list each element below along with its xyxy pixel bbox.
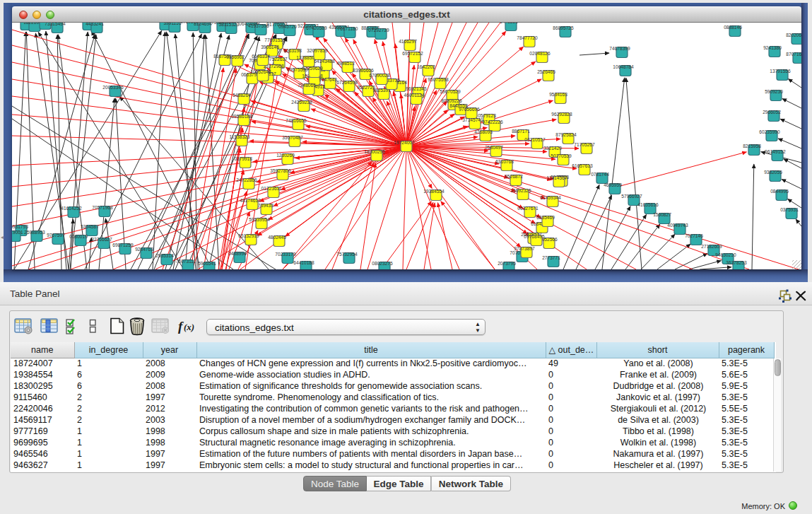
svg-text:0156962: 0156962 [226,54,245,59]
svg-text:76073111: 76073111 [176,259,196,264]
svg-text:7027146: 7027146 [685,233,703,238]
svg-text:76171180: 76171180 [338,26,358,31]
svg-text:67264598: 67264598 [336,80,358,85]
svg-text:96921345: 96921345 [406,86,427,91]
svg-text:86895725: 86895725 [553,25,574,30]
svg-text:32766627: 32766627 [91,237,112,242]
svg-text:1622108: 1622108 [23,23,42,25]
svg-text:41614252: 41614252 [61,206,82,211]
svg-text:16692325: 16692325 [510,188,531,193]
svg-text:87925824: 87925824 [555,132,577,137]
svg-text:35927806: 35927806 [270,168,291,173]
svg-text:09768495: 09768495 [524,234,545,239]
svg-text:6646334: 6646334 [252,54,270,59]
svg-text:08023275: 08023275 [372,261,393,266]
svg-text:32097819: 32097819 [307,48,328,53]
svg-text:0279918: 0279918 [234,156,252,161]
svg-text:8124694: 8124694 [194,23,212,26]
svg-text:4768093: 4768093 [474,129,493,134]
svg-text:0781744: 0781744 [591,172,609,177]
svg-text:97873897: 97873897 [514,246,535,251]
svg-text:2773771: 2773771 [542,255,560,260]
svg-text:5909230: 5909230 [765,89,783,94]
svg-text:86219001: 86219001 [12,230,23,235]
svg-text:8202067: 8202067 [786,33,801,37]
svg-text:5488264: 5488264 [233,93,251,98]
svg-text:2935314: 2935314 [155,253,174,258]
svg-text:10052642: 10052642 [250,69,271,74]
svg-text:1642202: 1642202 [417,64,435,69]
svg-text:02048126: 02048126 [529,51,551,56]
svg-text:2526465: 2526465 [537,69,555,74]
svg-text:80209226: 80209226 [441,98,462,103]
svg-text:6263198: 6263198 [283,48,302,53]
svg-text:8473356: 8473356 [500,23,518,24]
svg-text:50770539: 50770539 [551,153,572,158]
svg-text:77691531: 77691531 [264,37,286,42]
svg-text:3991151: 3991151 [163,23,182,25]
svg-text:8867171: 8867171 [512,129,530,134]
svg-text:0488994: 0488994 [228,251,247,256]
svg-text:83986666: 83986666 [353,68,374,73]
svg-text:78477720: 78477720 [517,35,538,40]
svg-text:10648784: 10648784 [613,64,634,69]
svg-text:9241380: 9241380 [763,45,782,50]
svg-text:39586188: 39586188 [231,114,252,119]
svg-text:87071624: 87071624 [786,52,801,57]
svg-text:75732954: 75732954 [336,252,358,257]
svg-text:20053346: 20053346 [102,85,124,90]
svg-text:6310768: 6310768 [495,159,514,164]
svg-text:0945720: 0945720 [278,24,297,29]
svg-text:4998512: 4998512 [336,61,355,66]
svg-text:9767597: 9767597 [47,233,65,238]
svg-text:0375931: 0375931 [780,207,799,212]
svg-text:69572152: 69572152 [402,51,423,56]
svg-text:46001124: 46001124 [404,93,425,98]
svg-text:24269238: 24269238 [291,100,312,105]
svg-text:2073795: 2073795 [498,261,516,266]
svg-text:8215958: 8215958 [743,144,761,148]
svg-text:96149152: 96149152 [765,149,786,154]
svg-text:70571968: 70571968 [92,205,113,210]
svg-text:1560827: 1560827 [653,212,671,217]
svg-text:07292739: 07292739 [368,28,389,33]
svg-text:67420589: 67420589 [306,25,327,30]
svg-text:f: f [178,319,184,334]
svg-text:95075598: 95075598 [428,77,449,82]
svg-text:4433241: 4433241 [86,23,104,26]
svg-text:61459344: 61459344 [540,195,561,200]
svg-text:11414567: 11414567 [547,175,567,180]
svg-text:24722866: 24722866 [236,177,257,182]
svg-text:19384554: 19384554 [423,189,445,194]
svg-text:41635616: 41635616 [637,202,659,207]
svg-text:70233179: 70233179 [275,252,296,257]
svg-text:64143488: 64143488 [314,59,335,64]
svg-text:4802445: 4802445 [268,235,286,240]
svg-text:36378253: 36378253 [726,260,747,265]
svg-text:18300295: 18300295 [364,149,385,154]
svg-text:57966927: 57966927 [621,194,642,199]
svg-text:18724007: 18724007 [394,140,415,145]
svg-text:60235990: 60235990 [759,129,780,134]
svg-text:03210517: 03210517 [524,137,546,142]
svg-text:5835469: 5835469 [536,215,555,220]
svg-text:69871259: 69871259 [112,243,134,247]
svg-text:6526872: 6526872 [505,174,523,179]
svg-text:5354587: 5354587 [81,224,99,229]
svg-text:01223611: 01223611 [261,186,282,191]
svg-text:9382055: 9382055 [764,170,782,175]
svg-text:37145741: 37145741 [462,117,483,122]
svg-text:73315494: 73315494 [45,23,66,26]
svg-text:7248065: 7248065 [298,83,316,88]
svg-text:1230260: 1230260 [276,153,295,158]
svg-text:3321420: 3321420 [543,146,562,151]
svg-text:5966541: 5966541 [198,261,216,266]
svg-text:11538323: 11538323 [230,134,250,139]
svg-text:25988953: 25988953 [24,230,45,235]
svg-text:9284763: 9284763 [135,247,153,252]
svg-text:71705267: 71705267 [574,142,595,147]
svg-text:27182609: 27182609 [701,244,722,249]
svg-text:35570487: 35570487 [282,135,303,140]
svg-text:67090028: 67090028 [369,73,390,78]
svg-text:9747643: 9747643 [319,77,337,82]
